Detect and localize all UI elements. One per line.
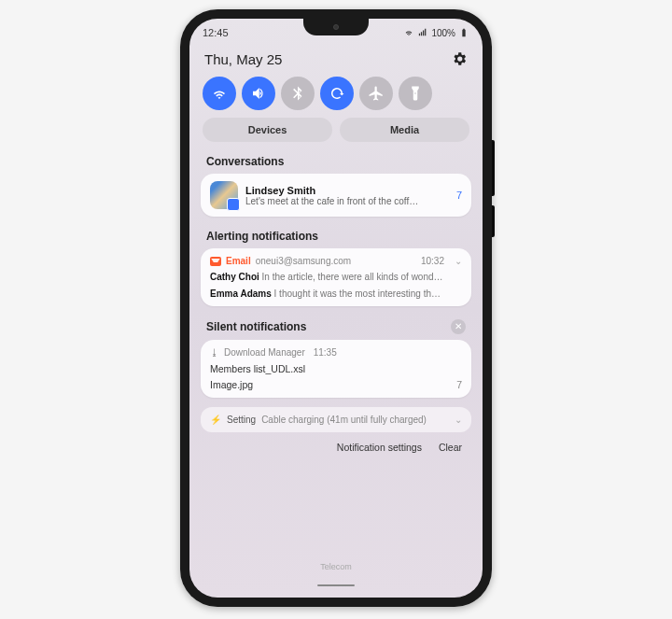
qs-rotate-toggle[interactable] (320, 77, 354, 110)
qs-bluetooth-toggle[interactable] (281, 77, 315, 110)
wifi-icon (211, 85, 228, 102)
contact-name: Lindsey Smith (245, 185, 445, 196)
current-date: Thu, May 25 (204, 51, 282, 67)
screen: 12:45 100% Thu, May 25 Devices Media Con… (189, 19, 483, 598)
front-camera (333, 24, 339, 30)
chevron-down-icon[interactable]: ⌄ (455, 256, 462, 266)
file-row: Image.jpg 7 (201, 377, 471, 398)
file-name: Image.jpg (210, 379, 253, 390)
chevron-down-icon[interactable]: ⌄ (455, 415, 462, 425)
download-icon: ⭳ (210, 347, 219, 358)
notif-time: 11:35 (314, 347, 337, 358)
charging-text: Cable charging (41m until fully charged) (261, 415, 427, 425)
file-row: Members list_UDL.xsl (201, 361, 471, 377)
volume-button (492, 140, 495, 196)
quick-buttons-row: Devices Media (189, 118, 483, 151)
charging-notification[interactable]: ⚡ Setting Cable charging (41m until full… (201, 407, 471, 432)
phone-frame: 12:45 100% Thu, May 25 Devices Media Con… (180, 9, 492, 607)
panel-header: Thu, May 25 (189, 41, 483, 73)
contact-avatar (210, 181, 238, 209)
home-indicator[interactable] (317, 584, 355, 586)
qs-sound-toggle[interactable] (242, 77, 275, 110)
sender-name: Emma Adams (210, 288, 272, 299)
notification-settings-link[interactable]: Notification settings (337, 442, 422, 453)
airplane-icon (368, 85, 385, 102)
qs-wifi-toggle[interactable] (203, 77, 236, 110)
status-icons: 100% (403, 28, 469, 38)
qs-airplane-toggle[interactable] (359, 77, 393, 110)
email-item: Cathy Choi In the article, there were al… (201, 270, 471, 287)
media-button[interactable]: Media (340, 118, 469, 142)
bolt-icon: ⚡ (210, 415, 221, 425)
message-preview: Let's meet at the cafe in front of the c… (245, 196, 445, 206)
clear-all-link[interactable]: Clear (439, 442, 462, 453)
devices-button[interactable]: Devices (203, 118, 332, 142)
silent-heading: Silent notifications (206, 320, 306, 333)
notif-time: 10:32 (421, 256, 444, 266)
email-notif-header: Email oneui3@samsung.com 10:32 ⌄ (201, 248, 471, 270)
bluetooth-icon (289, 85, 306, 102)
battery-icon (458, 28, 469, 37)
silent-heading-row: Silent notifications ✕ (189, 316, 483, 340)
conversation-card[interactable]: Lindsey Smith Let's meet at the cafe in … (201, 174, 471, 217)
signal-icon (417, 28, 428, 37)
download-header: ⭳ Download Manager 11:35 (201, 340, 471, 361)
email-icon (210, 257, 221, 266)
settings-gear-icon[interactable] (451, 50, 468, 67)
app-name: Setting (227, 415, 256, 425)
display-notch (303, 19, 369, 35)
alerting-heading: Alerting notifications (189, 226, 483, 248)
app-name: Download Manager (224, 347, 305, 358)
status-time: 12:45 (203, 27, 229, 38)
email-preview: I thought it was the most interesting th… (274, 288, 441, 299)
power-button (492, 205, 495, 237)
wifi-icon (403, 28, 414, 37)
rotate-icon (329, 85, 345, 102)
app-name: Email (226, 256, 251, 266)
email-preview: In the article, there were all kinds of … (262, 272, 443, 282)
file-count: 7 (456, 379, 462, 390)
download-notification-card[interactable]: ⭳ Download Manager 11:35 Members list_UD… (201, 340, 471, 398)
quick-settings-row (189, 73, 483, 118)
conversation-text: Lindsey Smith Let's meet at the cafe in … (245, 185, 445, 206)
battery-percent: 100% (431, 28, 455, 38)
email-notification-card[interactable]: Email oneui3@samsung.com 10:32 ⌄ Cathy C… (201, 248, 471, 306)
file-name: Members list_UDL.xsl (210, 363, 305, 374)
sound-icon (250, 85, 267, 102)
carrier-label: Telecom (189, 562, 483, 571)
flashlight-icon (407, 85, 424, 102)
dismiss-silent-icon[interactable]: ✕ (451, 319, 466, 334)
sender-name: Cathy Choi (210, 272, 259, 282)
qs-flashlight-toggle[interactable] (399, 77, 432, 110)
footer-actions: Notification settings Clear (189, 440, 483, 455)
email-item: Emma Adams I thought it was the most int… (201, 287, 471, 306)
unread-count: 7 (453, 190, 462, 201)
conversations-heading: Conversations (189, 151, 483, 174)
account-label: oneui3@samsung.com (256, 256, 351, 266)
